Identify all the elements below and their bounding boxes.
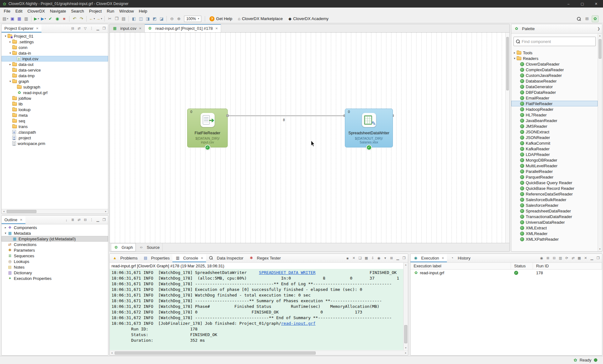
palette-item-universaldatareader[interactable]: UniversalDataReader	[511, 219, 598, 225]
validate-graph-button[interactable]: ✔	[47, 15, 54, 22]
tree-item-parameters[interactable]: ✱Parameters	[2, 247, 108, 253]
get-help-link[interactable]: ?Get Help	[209, 16, 232, 21]
link-with-editor-icon[interactable]: ⇄	[570, 255, 576, 261]
tree-item-lib[interactable]: lib	[2, 101, 108, 107]
run-graph-button[interactable]: ▶	[33, 15, 40, 22]
close-tab-icon[interactable]: ✕	[215, 27, 218, 30]
scroll-lock-icon[interactable]: ⇩	[370, 255, 376, 261]
paste-button[interactable]: ▤	[120, 15, 127, 22]
tab-read-input-grf-project-01-178[interactable]: ✿read-input.grf [Project_01] #178✕	[145, 24, 221, 32]
filter-icon[interactable]: ▽	[82, 25, 88, 31]
scroll-up-icon[interactable]: ▴	[404, 263, 408, 267]
align-left-button[interactable]: ◧	[130, 15, 137, 22]
view-menu-icon[interactable]: ⋮	[89, 25, 95, 31]
palette-group-readers[interactable]: ▾Readers	[511, 56, 598, 61]
tree-item-components[interactable]: ▸❖Components	[2, 225, 108, 230]
tab-properties[interactable]: ▤Properties	[140, 254, 172, 262]
close-view-icon[interactable]: ✕	[583, 255, 589, 261]
maximize-window-button[interactable]: ▢	[575, 0, 589, 8]
new-button[interactable]: ▤	[2, 15, 9, 22]
tree-item-data-tmp[interactable]: data-tmp	[2, 73, 108, 78]
scrollbar-thumb[interactable]	[115, 351, 316, 355]
undo-button[interactable]: ↶	[71, 15, 78, 22]
sort-icon[interactable]: ↓	[63, 217, 69, 223]
menu-file[interactable]: File	[1, 8, 13, 14]
link-with-editor-icon[interactable]: ⇄	[76, 217, 82, 223]
pin-icon[interactable]: ◉	[539, 255, 545, 261]
graph-canvas[interactable]: 0 ➔ FlatFileReader ${DATAIN_DIR}/ input.…	[110, 33, 509, 243]
tab-regex-tester[interactable]: ✱Regex Tester	[246, 254, 284, 262]
zoom-select[interactable]: 100% ▾	[184, 16, 201, 22]
palette-item-parquetreader[interactable]: ParquetReader	[511, 174, 598, 180]
close-tab-icon[interactable]: ✕	[139, 27, 141, 30]
save-button[interactable]: ▣	[9, 15, 16, 22]
tree-item-data-out[interactable]: ▸data-out	[2, 62, 108, 67]
terminate-icon[interactable]: ■	[345, 255, 350, 261]
palette-item-spreadsheetdatareader[interactable]: SpreadsheetDataReader	[511, 208, 598, 214]
distribute-vertical-button[interactable]: ◪	[158, 15, 165, 22]
forward-button[interactable]: →	[95, 15, 103, 22]
expand-all-icon[interactable]: ⊞	[545, 255, 551, 261]
align-right-button[interactable]: ◨	[144, 15, 151, 22]
menu-project[interactable]: Project	[87, 8, 104, 14]
zoom-in-button[interactable]: ⊕	[175, 15, 182, 22]
tree-item-lookups[interactable]: ◎Lookups	[2, 259, 108, 264]
tree-item-dictionary[interactable]: ▥Dictionary	[2, 270, 108, 276]
palette-item-emailreader[interactable]: EmailReader	[511, 95, 598, 101]
tree-item-meta[interactable]: meta	[2, 112, 108, 118]
remove-all-launches-icon[interactable]: ❏	[357, 255, 363, 261]
node-spreadsheetdatawriter[interactable]: 0 ✎ SpreadsheetDataWriter ${DATAOUT_DIR}…	[345, 109, 393, 147]
tab-problems[interactable]: ▲Problems	[110, 254, 140, 262]
palette-item-flatfilereader[interactable]: FlatFileReader	[511, 101, 598, 106]
palette-item-salesforcebulkreader[interactable]: SalesforceBulkReader	[511, 197, 598, 202]
maximize-icon[interactable]: ❐	[101, 25, 107, 31]
link-with-editor-icon[interactable]: ⇄	[76, 25, 82, 31]
close-view-icon[interactable]: ✕	[20, 218, 22, 222]
minimize-window-button[interactable]: –	[562, 0, 575, 8]
tree-item-workspace-prm[interactable]: workspace.prm	[2, 141, 108, 146]
scrollbar-thumb[interactable]	[599, 39, 601, 59]
tree-item-seq[interactable]: seq	[2, 118, 108, 124]
tab-input-csv[interactable]: ▦input.csv✕	[110, 24, 145, 32]
display-selected-console-icon[interactable]: ▾	[382, 255, 388, 261]
tree-item-trans[interactable]: trans	[2, 124, 108, 129]
menu-search[interactable]: Search	[68, 8, 86, 14]
tree-item-sequences[interactable]: ≣Sequences	[2, 253, 108, 259]
maximize-icon[interactable]: ❐	[401, 255, 407, 261]
execution-row[interactable]: ✿read-input.grf✓178	[410, 270, 602, 276]
stop-button[interactable]: ■	[61, 15, 68, 22]
tab-history[interactable]: ◔History	[447, 254, 473, 262]
close-tab-icon[interactable]: ✕	[442, 256, 444, 260]
palette-item-xmlextract[interactable]: XMLExtract	[511, 225, 598, 231]
scrollbar-thumb[interactable]	[404, 325, 407, 343]
scroll-left-icon[interactable]: ◂	[110, 351, 114, 355]
scrollbar-thumb[interactable]	[7, 210, 36, 213]
tree-item-subgraph[interactable]: subgraph	[2, 84, 108, 90]
search-button[interactable]	[575, 15, 582, 22]
tree-item-data-in[interactable]: ▾data-in	[2, 50, 108, 56]
clover-perspective-button[interactable]: ✿	[592, 15, 599, 22]
maximize-icon[interactable]: ❐	[101, 217, 107, 223]
tree-item-lookup[interactable]: lookup	[2, 107, 108, 112]
align-center-button[interactable]: ◫	[137, 15, 144, 22]
tree-item-conn[interactable]: conn	[2, 45, 108, 50]
tree-item-execution-properties[interactable]: ✦Execution Properties	[2, 276, 108, 281]
view-menu-icon[interactable]: ⋮	[89, 217, 95, 223]
palette-item-customjavareader[interactable]: CustomJavaReader	[511, 72, 598, 78]
expand-arrow-icon[interactable]: ▾	[8, 80, 12, 83]
palette-item-mongodbreader[interactable]: MongoDBReader	[511, 157, 598, 163]
zoom-out-button[interactable]: ⊖	[168, 15, 175, 22]
find-component-input[interactable]	[522, 39, 594, 44]
debug-run-button[interactable]: ▶	[40, 15, 47, 22]
copy-button[interactable]: ❐	[113, 15, 120, 22]
collapse-all-icon[interactable]: ⊟	[551, 255, 557, 261]
tree-item-settings[interactable]: ▸.settings	[2, 39, 108, 45]
expand-arrow-icon[interactable]: ▸	[3, 226, 8, 229]
maximize-icon[interactable]: ❐	[595, 255, 601, 261]
scroll-left-icon[interactable]: ◂	[2, 209, 6, 214]
palette-group-tools[interactable]: ▸Tools	[511, 50, 598, 56]
scroll-up-icon[interactable]: ▴	[598, 34, 602, 38]
clear-icon[interactable]: ▦	[576, 255, 582, 261]
node-flatfilereader[interactable]: 0 ➔ FlatFileReader ${DATAIN_DIR}/ input.…	[187, 109, 228, 147]
palette-item-datagenerator[interactable]: DataGenerator	[511, 84, 598, 89]
